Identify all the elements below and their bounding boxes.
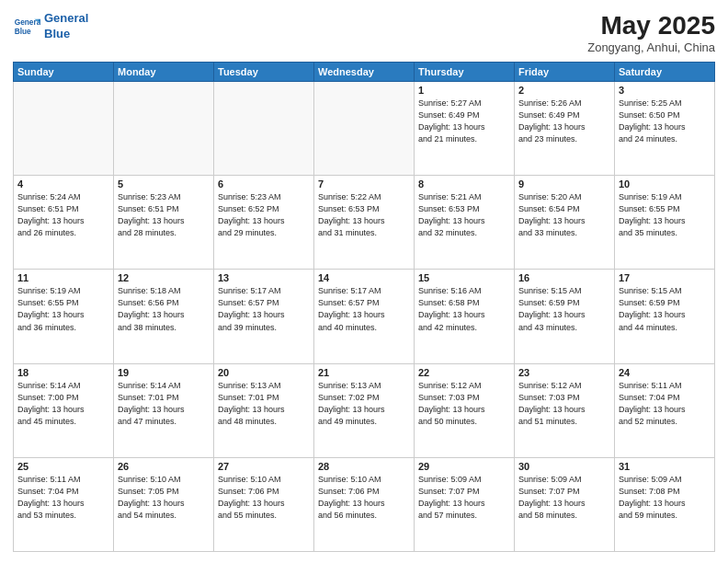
day-header-monday: Monday (114, 63, 214, 82)
day-header-wednesday: Wednesday (314, 63, 415, 82)
day-number: 9 (518, 178, 610, 190)
day-number: 23 (518, 367, 610, 378)
day-number: 21 (318, 367, 410, 378)
day-number: 17 (619, 272, 711, 283)
logo-general: General (44, 11, 88, 27)
calendar-cell: 13Sunrise: 5:17 AMSunset: 6:57 PMDayligh… (214, 270, 314, 363)
calendar-week-1: 1Sunrise: 5:27 AMSunset: 6:49 PMDaylight… (14, 82, 715, 176)
day-number: 4 (17, 178, 109, 190)
day-number: 26 (118, 461, 210, 472)
day-number: 19 (118, 367, 210, 378)
day-header-sunday: Sunday (14, 63, 114, 82)
day-number: 29 (418, 461, 510, 472)
day-number: 7 (318, 178, 410, 190)
calendar-cell: 19Sunrise: 5:14 AMSunset: 7:01 PMDayligh… (114, 363, 214, 457)
calendar-cell: 25Sunrise: 5:11 AMSunset: 7:04 PMDayligh… (14, 457, 114, 551)
day-number: 2 (518, 85, 610, 96)
day-info: Sunrise: 5:22 AMSunset: 6:53 PMDaylight:… (318, 191, 410, 239)
calendar-cell: 21Sunrise: 5:13 AMSunset: 7:02 PMDayligh… (314, 363, 415, 457)
day-header-saturday: Saturday (615, 63, 715, 82)
day-info: Sunrise: 5:16 AMSunset: 6:58 PMDaylight:… (418, 285, 510, 333)
calendar-cell (314, 82, 415, 176)
calendar-cell (214, 82, 314, 176)
day-number: 25 (17, 461, 109, 472)
day-info: Sunrise: 5:27 AMSunset: 6:49 PMDaylight:… (418, 98, 510, 145)
day-info: Sunrise: 5:19 AMSunset: 6:55 PMDaylight:… (619, 191, 711, 239)
svg-text:Blue: Blue (15, 27, 31, 36)
day-info: Sunrise: 5:26 AMSunset: 6:49 PMDaylight:… (518, 98, 610, 145)
day-number: 27 (218, 461, 310, 472)
day-info: Sunrise: 5:19 AMSunset: 6:55 PMDaylight:… (17, 285, 109, 333)
calendar-cell (14, 82, 114, 176)
day-header-tuesday: Tuesday (214, 63, 314, 82)
calendar-cell: 10Sunrise: 5:19 AMSunset: 6:55 PMDayligh… (615, 176, 715, 270)
calendar-cell: 18Sunrise: 5:14 AMSunset: 7:00 PMDayligh… (14, 363, 114, 457)
day-info: Sunrise: 5:12 AMSunset: 7:03 PMDaylight:… (518, 380, 610, 428)
day-header-thursday: Thursday (415, 63, 515, 82)
calendar-table: SundayMondayTuesdayWednesdayThursdayFrid… (13, 62, 715, 552)
day-info: Sunrise: 5:15 AMSunset: 6:59 PMDaylight:… (619, 285, 711, 333)
calendar-cell: 29Sunrise: 5:09 AMSunset: 7:07 PMDayligh… (415, 457, 515, 551)
month-year: May 2025 (587, 11, 715, 40)
calendar-cell: 6Sunrise: 5:23 AMSunset: 6:52 PMDaylight… (214, 176, 314, 270)
calendar-week-3: 11Sunrise: 5:19 AMSunset: 6:55 PMDayligh… (14, 270, 715, 363)
day-info: Sunrise: 5:12 AMSunset: 7:03 PMDaylight:… (418, 380, 510, 428)
header: General Blue General Blue May 2025 Zongy… (13, 11, 715, 54)
day-number: 11 (17, 272, 109, 283)
page: General Blue General Blue May 2025 Zongy… (0, 0, 728, 563)
calendar-cell: 16Sunrise: 5:15 AMSunset: 6:59 PMDayligh… (515, 270, 615, 363)
calendar-cell: 30Sunrise: 5:09 AMSunset: 7:07 PMDayligh… (515, 457, 615, 551)
day-info: Sunrise: 5:11 AMSunset: 7:04 PMDaylight:… (17, 474, 109, 522)
calendar-cell: 14Sunrise: 5:17 AMSunset: 6:57 PMDayligh… (314, 270, 415, 363)
title-block: May 2025 Zongyang, Anhui, China (587, 11, 715, 54)
day-info: Sunrise: 5:13 AMSunset: 7:02 PMDaylight:… (318, 380, 410, 428)
calendar-header-row: SundayMondayTuesdayWednesdayThursdayFrid… (14, 63, 715, 82)
day-info: Sunrise: 5:15 AMSunset: 6:59 PMDaylight:… (518, 285, 610, 333)
calendar-cell: 26Sunrise: 5:10 AMSunset: 7:05 PMDayligh… (114, 457, 214, 551)
day-info: Sunrise: 5:09 AMSunset: 7:07 PMDaylight:… (418, 474, 510, 522)
day-number: 6 (218, 178, 310, 190)
day-info: Sunrise: 5:09 AMSunset: 7:08 PMDaylight:… (619, 474, 711, 522)
calendar-cell: 24Sunrise: 5:11 AMSunset: 7:04 PMDayligh… (615, 363, 715, 457)
day-number: 14 (318, 272, 410, 283)
calendar-cell: 31Sunrise: 5:09 AMSunset: 7:08 PMDayligh… (615, 457, 715, 551)
logo: General Blue General Blue (13, 11, 88, 42)
day-number: 1 (418, 85, 510, 96)
calendar-cell: 27Sunrise: 5:10 AMSunset: 7:06 PMDayligh… (214, 457, 314, 551)
day-info: Sunrise: 5:10 AMSunset: 7:06 PMDaylight:… (218, 474, 310, 522)
day-info: Sunrise: 5:13 AMSunset: 7:01 PMDaylight:… (218, 380, 310, 428)
day-header-friday: Friday (515, 63, 615, 82)
day-number: 22 (418, 367, 510, 378)
day-number: 31 (619, 461, 711, 472)
day-number: 30 (518, 461, 610, 472)
calendar-cell: 22Sunrise: 5:12 AMSunset: 7:03 PMDayligh… (415, 363, 515, 457)
day-info: Sunrise: 5:23 AMSunset: 6:51 PMDaylight:… (118, 191, 210, 239)
day-info: Sunrise: 5:21 AMSunset: 6:53 PMDaylight:… (418, 191, 510, 239)
logo-blue: Blue (44, 27, 88, 42)
calendar-cell: 8Sunrise: 5:21 AMSunset: 6:53 PMDaylight… (415, 176, 515, 270)
calendar-cell: 11Sunrise: 5:19 AMSunset: 6:55 PMDayligh… (14, 270, 114, 363)
day-number: 28 (318, 461, 410, 472)
day-info: Sunrise: 5:18 AMSunset: 6:56 PMDaylight:… (118, 285, 210, 333)
day-info: Sunrise: 5:17 AMSunset: 6:57 PMDaylight:… (318, 285, 410, 333)
day-number: 16 (518, 272, 610, 283)
day-info: Sunrise: 5:23 AMSunset: 6:52 PMDaylight:… (218, 191, 310, 239)
calendar-cell: 4Sunrise: 5:24 AMSunset: 6:51 PMDaylight… (14, 176, 114, 270)
day-info: Sunrise: 5:20 AMSunset: 6:54 PMDaylight:… (518, 191, 610, 239)
calendar-cell (114, 82, 214, 176)
calendar-cell: 17Sunrise: 5:15 AMSunset: 6:59 PMDayligh… (615, 270, 715, 363)
day-info: Sunrise: 5:14 AMSunset: 7:01 PMDaylight:… (118, 380, 210, 428)
day-number: 8 (418, 178, 510, 190)
calendar-cell: 28Sunrise: 5:10 AMSunset: 7:06 PMDayligh… (314, 457, 415, 551)
calendar-cell: 7Sunrise: 5:22 AMSunset: 6:53 PMDaylight… (314, 176, 415, 270)
calendar-week-4: 18Sunrise: 5:14 AMSunset: 7:00 PMDayligh… (14, 363, 715, 457)
day-number: 10 (619, 178, 711, 190)
calendar-cell: 5Sunrise: 5:23 AMSunset: 6:51 PMDaylight… (114, 176, 214, 270)
calendar-week-2: 4Sunrise: 5:24 AMSunset: 6:51 PMDaylight… (14, 176, 715, 270)
day-info: Sunrise: 5:14 AMSunset: 7:00 PMDaylight:… (17, 380, 109, 428)
calendar-cell: 3Sunrise: 5:25 AMSunset: 6:50 PMDaylight… (615, 82, 715, 176)
calendar-cell: 9Sunrise: 5:20 AMSunset: 6:54 PMDaylight… (515, 176, 615, 270)
day-number: 3 (619, 85, 711, 96)
day-info: Sunrise: 5:25 AMSunset: 6:50 PMDaylight:… (619, 98, 711, 145)
day-info: Sunrise: 5:17 AMSunset: 6:57 PMDaylight:… (218, 285, 310, 333)
